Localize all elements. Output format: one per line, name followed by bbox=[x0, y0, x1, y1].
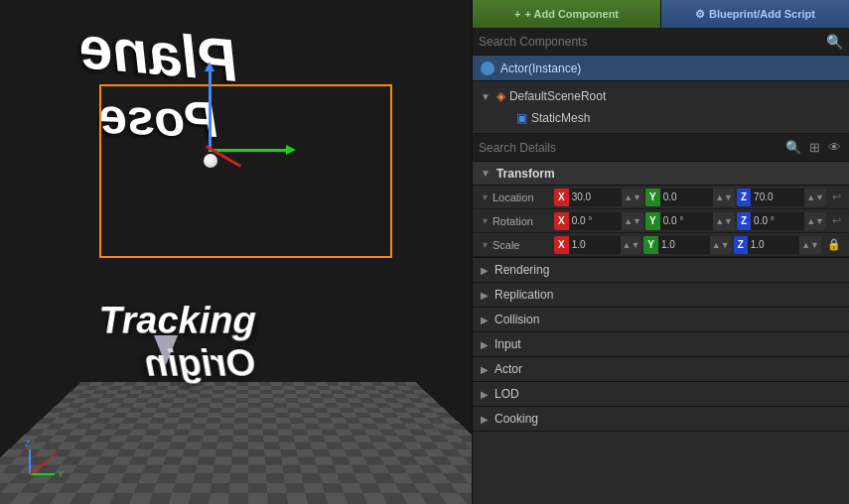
static-mesh-label: StaticMesh bbox=[531, 111, 590, 125]
scale-y-spin[interactable]: ▲▼ bbox=[710, 236, 732, 254]
rotation-y-value: 0.0 ° bbox=[660, 212, 714, 230]
lod-header[interactable]: ▶ LOD bbox=[473, 382, 849, 406]
transform-arrow-icon: ▼ bbox=[481, 168, 491, 179]
axis-right-arrow bbox=[209, 149, 288, 152]
actor-name-label: Actor(Instance) bbox=[500, 62, 581, 75]
search-components-icon[interactable]: 🔍 bbox=[826, 34, 843, 50]
location-arrow-icon: ▼ bbox=[481, 192, 490, 202]
location-x-value: 30.0 bbox=[569, 189, 623, 206]
transform-title: Transform bbox=[496, 167, 555, 181]
rotation-x-label: X bbox=[554, 212, 569, 230]
floor bbox=[0, 382, 472, 504]
location-x-label: X bbox=[554, 189, 569, 206]
rendering-section: ▶ Rendering bbox=[473, 258, 849, 283]
tree-collapse-arrow: ▼ bbox=[481, 91, 491, 102]
location-x-spin[interactable]: ▲▼ bbox=[622, 189, 643, 206]
rotation-z-label: Z bbox=[737, 212, 751, 230]
rendering-header[interactable]: ▶ Rendering bbox=[473, 258, 849, 282]
lod-section: ▶ LOD bbox=[473, 382, 849, 407]
rotation-y-field[interactable]: Y 0.0 ° ▲▼ bbox=[645, 212, 735, 230]
scale-z-field[interactable]: Z 1.0 ▲▼ bbox=[734, 236, 821, 254]
actor-instance-item[interactable]: Actor(Instance) bbox=[473, 56, 849, 81]
scale-row: ▼ Scale X 1.0 ▲▼ Y 1.0 ▲▼ Z bbox=[473, 233, 849, 257]
collision-title: Collision bbox=[495, 313, 539, 326]
input-title: Input bbox=[495, 337, 521, 351]
plus-icon: + bbox=[514, 8, 520, 20]
location-reset-button[interactable]: ↩ bbox=[832, 190, 841, 203]
blueprint-icon: ⚙ bbox=[695, 8, 705, 21]
location-y-label: Y bbox=[645, 189, 660, 206]
rotation-reset-button[interactable]: ↩ bbox=[832, 214, 841, 227]
scale-arrow-icon: ▼ bbox=[481, 240, 490, 250]
details-panel: ▼ Transform ▼ Location X 30.0 ▲▼ Y bbox=[473, 162, 849, 504]
viewport: Plane Pose Tracking Origin Z Y X bbox=[0, 0, 472, 504]
collision-section: ▶ Collision bbox=[473, 308, 849, 332]
scale-z-label: Z bbox=[734, 236, 748, 254]
cooking-header[interactable]: ▶ Cooking bbox=[473, 407, 849, 431]
replication-arrow-icon: ▶ bbox=[481, 290, 489, 301]
rotation-z-field[interactable]: Z 0.0 ° ▲▼ bbox=[737, 212, 826, 230]
cooking-section: ▶ Cooking bbox=[473, 407, 849, 432]
rotation-label: ▼ Rotation bbox=[481, 215, 550, 227]
scale-label: ▼ Scale bbox=[481, 239, 550, 251]
rendering-arrow-icon: ▶ bbox=[481, 265, 489, 276]
location-z-field[interactable]: Z 70.0 ▲▼ bbox=[737, 189, 826, 206]
lod-arrow-icon: ▶ bbox=[481, 389, 489, 400]
rotation-row: ▼ Rotation X 0.0 ° ▲▼ Y 0.0 ° ▲▼ bbox=[473, 209, 849, 233]
search-details-input[interactable] bbox=[479, 141, 779, 155]
actor-arrow-icon: ▶ bbox=[481, 364, 489, 375]
blueprint-button[interactable]: ⚙ Blueprint/Add Script bbox=[661, 0, 849, 28]
rotation-z-spin[interactable]: ▲▼ bbox=[804, 212, 826, 230]
rotation-xyz-fields: X 0.0 ° ▲▼ Y 0.0 ° ▲▼ Z 0.0 ° ▲▼ bbox=[554, 212, 826, 230]
selection-box bbox=[99, 84, 392, 258]
tree-item-static-mesh[interactable]: ▣ StaticMesh bbox=[473, 107, 849, 129]
input-section: ▶ Input bbox=[473, 332, 849, 357]
input-header[interactable]: ▶ Input bbox=[473, 332, 849, 356]
rotation-x-spin[interactable]: ▲▼ bbox=[622, 212, 643, 230]
collision-header[interactable]: ▶ Collision bbox=[473, 308, 849, 331]
transform-header[interactable]: ▼ Transform bbox=[473, 162, 849, 186]
location-y-value: 0.0 bbox=[660, 189, 714, 206]
replication-header[interactable]: ▶ Replication bbox=[473, 283, 849, 307]
scale-lock-button[interactable]: 🔒 bbox=[827, 238, 841, 251]
corner-axes: Z Y X bbox=[20, 435, 70, 484]
rotation-x-field[interactable]: X 0.0 ° ▲▼ bbox=[554, 212, 643, 230]
location-y-spin[interactable]: ▲▼ bbox=[713, 189, 735, 206]
scale-x-field[interactable]: X 1.0 ▲▼ bbox=[554, 236, 641, 254]
replication-title: Replication bbox=[495, 288, 553, 302]
actor-title: Actor bbox=[495, 362, 522, 376]
location-x-field[interactable]: X 30.0 ▲▼ bbox=[554, 189, 643, 206]
svg-line-2 bbox=[30, 459, 50, 474]
location-y-field[interactable]: Y 0.0 ▲▼ bbox=[645, 189, 735, 206]
details-eye-icon[interactable]: 👁 bbox=[826, 138, 843, 157]
location-label: ▼ Location bbox=[481, 191, 550, 203]
scale-xyz-fields: X 1.0 ▲▼ Y 1.0 ▲▼ Z 1.0 ▲▼ bbox=[554, 236, 821, 254]
scale-x-spin[interactable]: ▲▼ bbox=[621, 236, 642, 254]
cone-object bbox=[154, 335, 178, 365]
scale-z-spin[interactable]: ▲▼ bbox=[799, 236, 821, 254]
rotation-y-label: Y bbox=[645, 212, 660, 230]
rotation-y-spin[interactable]: ▲▼ bbox=[713, 212, 735, 230]
scale-x-label: X bbox=[554, 236, 569, 254]
static-mesh-icon: ▣ bbox=[516, 111, 527, 125]
search-components-bar: 🔍 bbox=[473, 28, 849, 56]
add-component-button[interactable]: + + Add Component bbox=[473, 0, 661, 28]
axis-up-arrow bbox=[209, 69, 212, 149]
tree-item-default-scene-root[interactable]: ▼ ◈ DefaultSceneRoot bbox=[473, 85, 849, 107]
search-details-icon[interactable]: 🔍 bbox=[783, 138, 803, 157]
scale-y-field[interactable]: Y 1.0 ▲▼ bbox=[643, 236, 731, 254]
cooking-title: Cooking bbox=[495, 412, 538, 426]
actor-header[interactable]: ▶ Actor bbox=[473, 357, 849, 381]
scene-root-label: DefaultSceneRoot bbox=[509, 89, 606, 103]
location-z-spin[interactable]: ▲▼ bbox=[804, 189, 826, 206]
component-tree: ▼ ◈ DefaultSceneRoot ▣ StaticMesh bbox=[473, 81, 849, 133]
search-components-input[interactable] bbox=[479, 35, 826, 49]
right-panel: + + Add Component ⚙ Blueprint/Add Script… bbox=[472, 0, 849, 504]
actor-icon bbox=[481, 62, 495, 75]
scene-root-icon: ◈ bbox=[496, 89, 505, 103]
cooking-arrow-icon: ▶ bbox=[481, 414, 489, 425]
location-z-value: 70.0 bbox=[751, 189, 804, 206]
replication-section: ▶ Replication bbox=[473, 283, 849, 308]
details-grid-icon[interactable]: ⊞ bbox=[807, 138, 822, 157]
actor-section: ▶ Actor bbox=[473, 357, 849, 382]
